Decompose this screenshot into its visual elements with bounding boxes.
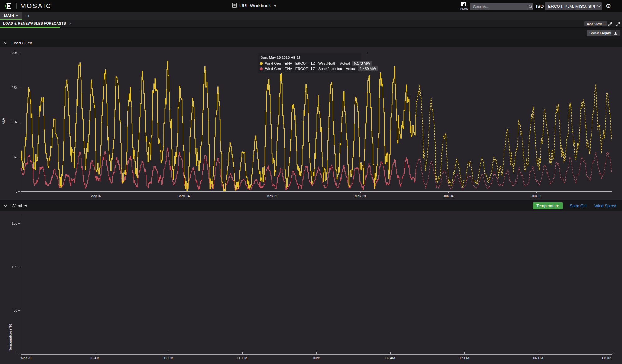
mosaic-logo-icon [4, 2, 12, 10]
add-view-button[interactable]: Add View + [584, 21, 607, 26]
y-tick-mark [18, 191, 20, 192]
x-tick-mark [242, 352, 243, 354]
topbar: | MOSAIC URL Workbook ▼ VIEWS [0, 0, 622, 12]
brand: | MOSAIC [4, 2, 52, 10]
y-tick-mark [18, 157, 20, 157]
workbook-tab-row: MAIN ▼ + [0, 12, 622, 20]
hover-tooltip: Sun, May 28 2023 HE 12 Wind Gen – ENV - … [258, 53, 361, 73]
copy-link-icon[interactable] [607, 21, 613, 27]
x-tick-label: Jun 11 [531, 194, 541, 198]
tab-load-renewables-forecasts[interactable]: LOAD & RENEWABLES FORECASTS × [0, 20, 60, 28]
fullscreen-expand-icon[interactable] [615, 21, 621, 27]
y-axis-line [21, 215, 21, 354]
load-gen-chart-canvas[interactable] [21, 53, 612, 191]
y-tick-mark [18, 53, 20, 53]
hover-crosshair-line [367, 53, 367, 191]
series-color-dot [260, 62, 263, 65]
y-tick-label: 0 [4, 189, 17, 193]
x-tick-label: Jun 04 [443, 194, 453, 198]
x-tick-label: 12 PM [164, 356, 174, 360]
x-tick-mark [96, 191, 96, 193]
x-tick-mark [272, 191, 272, 193]
y-tick-label: 0 [4, 352, 17, 356]
workbook-icon [232, 3, 237, 8]
add-tab-button[interactable]: + [24, 12, 32, 20]
x-tick-label: 06 AM [385, 356, 395, 360]
x-tick-label: 06 PM [237, 356, 247, 360]
x-tick-label: Fri 02 [602, 356, 611, 360]
tooltip-series-label: Wind Gen – ENV - ERCOT - LZ - South/Hous… [265, 67, 356, 71]
y-tick-label: 150 [4, 221, 17, 225]
search-box[interactable] [470, 3, 533, 10]
temperature-button[interactable]: Temperature [533, 202, 563, 209]
y-tick-mark [18, 223, 20, 224]
x-tick-mark [536, 191, 537, 193]
x-tick-label: May 07 [91, 194, 102, 198]
y-tick-mark [18, 122, 20, 122]
x-tick-mark [612, 352, 612, 354]
y-tick-mark [18, 310, 20, 311]
views-button[interactable]: VIEWS [459, 2, 469, 10]
weather-y-axis-title: Temperature (°F) [8, 320, 12, 354]
tooltip-row: Wind Gen – ENV - ERCOT - LZ - South/Hous… [260, 66, 359, 71]
x-axis-line [21, 191, 612, 192]
workbook-caret-icon: ▼ [273, 4, 277, 7]
y-tick-mark [18, 354, 20, 354]
x-tick-label: May 14 [179, 194, 190, 198]
y-tick-label: 100 [4, 265, 17, 269]
y-tick-label: 5k [4, 155, 17, 159]
view-tab-label: LOAD & RENEWABLES FORECASTS [3, 21, 66, 25]
y-tick-mark [18, 267, 20, 267]
x-tick-mark [184, 191, 184, 193]
y-axis-line [21, 53, 21, 191]
settings-gear-icon[interactable]: ⚙ [606, 2, 611, 10]
solar-ghi-button[interactable]: Solar GHI [570, 203, 587, 208]
x-tick-mark [169, 352, 169, 354]
iso-chevron-down-icon [597, 5, 601, 8]
x-tick-label: June [313, 356, 320, 360]
x-axis-line [21, 354, 612, 355]
x-tick-label: 06 PM [533, 356, 543, 360]
x-tick-mark [464, 352, 465, 354]
tooltip-date: Sun, May 28 2023 HE 12 [261, 56, 359, 59]
tooltip-series-value: 1,459 MW [358, 66, 378, 71]
iso-select-value: ERCOT, PJM, MISO, SPP [548, 4, 597, 9]
x-tick-mark [95, 352, 95, 354]
weather-chart-panel: Temperature (°F) 050100150Wed 3106 AM12 … [0, 211, 622, 364]
series-color-dot [260, 67, 263, 70]
tooltip-series-label: Wind Gen – ENV - ERCOT - LZ - West/North… [265, 61, 350, 65]
weather-title: Weather [12, 203, 27, 208]
workbook-label: URL Workbook [239, 3, 271, 8]
brand-divider: | [16, 2, 17, 10]
tab-main[interactable]: MAIN ▼ [0, 12, 22, 20]
x-tick-label: May 28 [355, 194, 366, 198]
load-gen-title: Load / Gen [12, 41, 32, 45]
y-tick-mark [18, 88, 20, 88]
download-icon [614, 31, 618, 35]
load-gen-chart-panel: MW 05k10k15k20kMay 07May 14May 21May 28J… [0, 47, 622, 200]
x-tick-mark [390, 352, 391, 354]
close-view-icon[interactable]: × [69, 21, 72, 26]
views-grid-icon [461, 2, 467, 7]
iso-label: ISO [536, 4, 544, 9]
chevron-down-icon[interactable] [3, 204, 8, 207]
y-tick-label: 20k [4, 51, 17, 55]
x-tick-mark [538, 352, 538, 354]
x-tick-mark [21, 352, 21, 354]
tab-main-label: MAIN [4, 14, 14, 18]
workbook-selector[interactable]: URL Workbook ▼ [232, 3, 277, 8]
load-gen-section-header[interactable]: Load / Gen [0, 39, 622, 47]
x-tick-label: 12 PM [459, 356, 469, 360]
search-input[interactable] [472, 4, 528, 9]
views-label: VIEWS [459, 7, 469, 10]
download-button[interactable] [611, 30, 620, 36]
search-icon [528, 4, 533, 9]
chevron-down-icon[interactable] [3, 42, 8, 44]
y-tick-label: 50 [4, 308, 17, 312]
x-tick-label: Wed 31 [20, 356, 32, 360]
wind-speed-button[interactable]: Wind Speed [594, 203, 616, 208]
iso-select[interactable]: ERCOT, PJM, MISO, SPP [545, 2, 602, 10]
weather-section-header[interactable]: Weather Temperature Solar GHI Wind Speed [0, 200, 622, 211]
chart-toolbar: Show Legends [0, 28, 622, 39]
x-tick-mark [360, 191, 361, 193]
